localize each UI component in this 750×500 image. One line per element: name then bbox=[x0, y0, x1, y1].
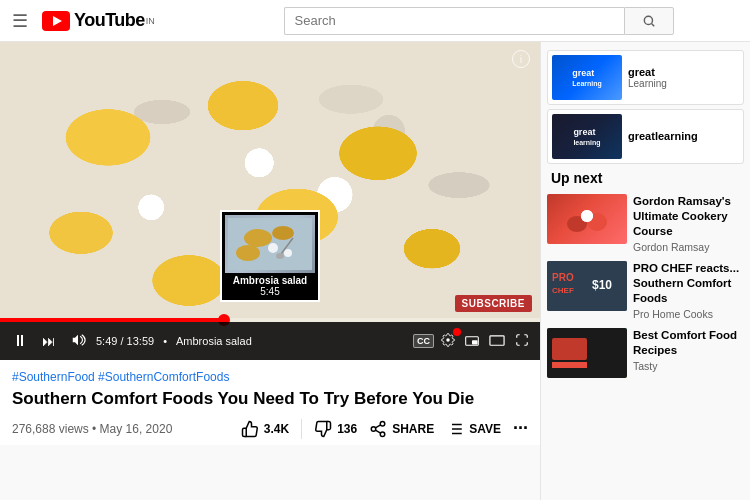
sidebar-video-item[interactable]: Gordon Ramsay's Ultimate Cookery Course … bbox=[547, 194, 744, 253]
youtube-logo-icon[interactable] bbox=[42, 11, 70, 31]
up-next-label: Up next bbox=[551, 170, 744, 186]
sidebar-video-meta-1: Gordon Ramsay's Ultimate Cookery Course … bbox=[633, 194, 744, 253]
sidebar-video-title-2: PRO CHEF reacts... Southern Comfort Food… bbox=[633, 261, 744, 306]
svg-text:CHEF: CHEF bbox=[552, 286, 574, 295]
dislike-button[interactable]: 136 bbox=[314, 420, 357, 438]
svg-text:PRO: PRO bbox=[552, 272, 574, 283]
svg-line-18 bbox=[376, 430, 381, 433]
sidebar-thumb-2: PRO CHEF $10 bbox=[547, 261, 627, 311]
sidebar-ad-info-top: great Learning bbox=[628, 66, 739, 89]
sidebar-video-title-1: Gordon Ramsay's Ultimate Cookery Course bbox=[633, 194, 744, 239]
svg-rect-14 bbox=[490, 335, 504, 344]
cc-button[interactable]: CC bbox=[413, 334, 434, 348]
subscribe-label: SUBSCRIBE bbox=[462, 298, 525, 309]
youtube-wordmark: YouTube bbox=[74, 10, 145, 31]
info-icon[interactable]: i bbox=[512, 50, 530, 68]
sidebar: greatLearning great Learning greatlearni… bbox=[540, 42, 750, 500]
svg-rect-35 bbox=[552, 338, 587, 360]
sidebar-thumb-image-2: PRO CHEF $10 bbox=[547, 261, 627, 311]
share-button[interactable]: SHARE bbox=[369, 420, 434, 438]
video-frame bbox=[0, 42, 540, 360]
pause-button[interactable]: ⏸ bbox=[8, 331, 32, 351]
volume-button[interactable] bbox=[66, 332, 90, 350]
svg-rect-13 bbox=[472, 340, 478, 344]
sidebar-ad-title: greatlearning bbox=[628, 129, 739, 143]
settings-button[interactable] bbox=[438, 331, 458, 352]
svg-line-19 bbox=[376, 424, 381, 427]
sidebar-video-meta-2: PRO CHEF reacts... Southern Comfort Food… bbox=[633, 261, 744, 320]
hashtags[interactable]: #SouthernFood #SouthernComfortFoods bbox=[12, 370, 528, 384]
chapter-text: Ambrosia salad bbox=[176, 335, 252, 347]
view-count: 276,688 views • May 16, 2020 bbox=[12, 422, 172, 436]
sidebar-thumb-1 bbox=[547, 194, 627, 244]
svg-point-15 bbox=[380, 421, 385, 426]
next-button[interactable]: ⏭ bbox=[38, 332, 60, 350]
sidebar-video-channel-1: Gordon Ramsay bbox=[633, 241, 744, 253]
svg-line-3 bbox=[651, 23, 654, 26]
sidebar-thumb-3 bbox=[547, 328, 627, 378]
sidebar-video-item-3[interactable]: Best Comfort Food Recipes Tasty bbox=[547, 328, 744, 378]
theater-mode-button[interactable] bbox=[486, 332, 508, 351]
sidebar-ad-greatlearning-bottom[interactable]: greatlearning greatlearning bbox=[547, 109, 744, 164]
subscribe-watermark-button[interactable]: SUBSCRIBE bbox=[455, 295, 532, 312]
search-button[interactable] bbox=[624, 7, 674, 35]
sidebar-video-channel-2: Pro Home Cooks bbox=[633, 308, 744, 320]
sidebar-video-meta-3: Best Comfort Food Recipes Tasty bbox=[633, 328, 744, 378]
logo-area: YouTubeIN bbox=[42, 10, 155, 31]
sidebar-ad-sub: Learning bbox=[628, 78, 739, 89]
like-button[interactable]: 3.4K bbox=[241, 420, 289, 438]
action-buttons: 3.4K 136 bbox=[241, 418, 528, 439]
save-button[interactable]: SAVE bbox=[446, 420, 501, 438]
sidebar-video-title-3: Best Comfort Food Recipes bbox=[633, 328, 744, 358]
video-player[interactable]: i SUBSCRIBE bbox=[0, 42, 540, 360]
settings-notification-badge bbox=[453, 328, 461, 336]
more-actions-button[interactable]: ··· bbox=[513, 418, 528, 439]
miniplayer-button[interactable] bbox=[462, 332, 482, 351]
hamburger-menu-icon[interactable]: ☰ bbox=[12, 10, 28, 32]
sidebar-thumb-image-3 bbox=[547, 328, 627, 378]
sidebar-video-item-2[interactable]: PRO CHEF $10 PRO CHEF reacts... Southern… bbox=[547, 261, 744, 320]
video-section: i SUBSCRIBE bbox=[0, 42, 540, 500]
sidebar-video-channel-3: Tasty bbox=[633, 360, 744, 372]
sidebar-ad-greatlearning-top[interactable]: greatLearning great Learning bbox=[547, 50, 744, 105]
svg-text:$10: $10 bbox=[592, 278, 612, 292]
like-dislike-divider bbox=[301, 419, 302, 439]
svg-point-2 bbox=[644, 16, 652, 24]
search-container bbox=[284, 7, 674, 35]
right-controls: CC bbox=[413, 331, 532, 352]
video-meta-row: 276,688 views • May 16, 2020 3.4K bbox=[12, 418, 528, 439]
sidebar-ad-thumb-bottom: greatlearning bbox=[552, 114, 622, 159]
main-layout: i SUBSCRIBE bbox=[0, 42, 750, 500]
svg-point-29 bbox=[581, 210, 593, 222]
sidebar-ad-brand: great bbox=[628, 66, 739, 78]
country-code: IN bbox=[146, 16, 155, 26]
sidebar-thumb-image-1 bbox=[547, 194, 627, 244]
svg-point-16 bbox=[371, 426, 376, 431]
controls-bar: ⏸ ⏭ 5:49 / 13:59 • Ambrosia salad CC bbox=[0, 322, 540, 360]
sidebar-ad-thumb-top: greatLearning bbox=[552, 55, 622, 100]
video-info: #SouthernFood #SouthernComfortFoods Sout… bbox=[0, 360, 540, 445]
separator: • bbox=[163, 335, 167, 347]
svg-rect-36 bbox=[552, 362, 587, 368]
search-input[interactable] bbox=[284, 7, 624, 35]
time-display: 5:49 / 13:59 bbox=[96, 335, 154, 347]
header: ☰ YouTubeIN bbox=[0, 0, 750, 42]
video-title: Southern Comfort Foods You Need To Try B… bbox=[12, 388, 528, 410]
sidebar-ad-info-bottom: greatlearning bbox=[628, 129, 739, 143]
fullscreen-button[interactable] bbox=[512, 331, 532, 352]
svg-point-17 bbox=[380, 432, 385, 437]
